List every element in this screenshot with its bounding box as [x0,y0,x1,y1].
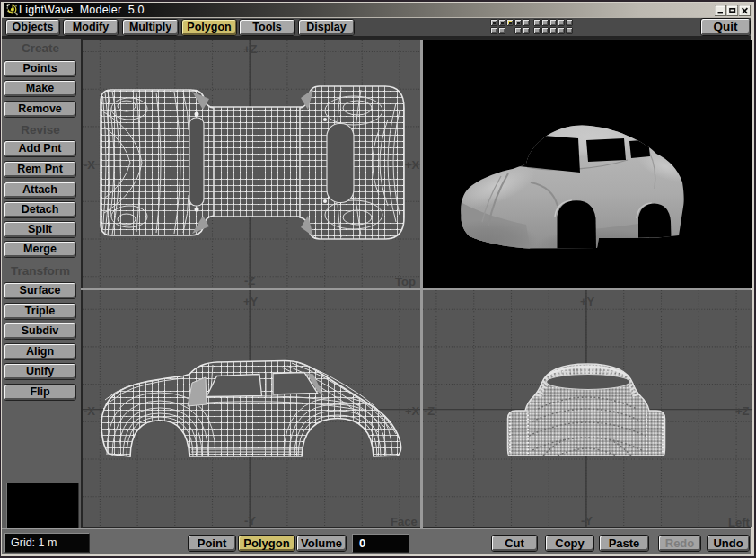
svg-text:+Z: +Z [735,404,750,418]
svg-text:+X: +X [405,158,420,172]
svg-text:+Z: +Z [243,42,258,56]
svg-text:Left: Left [728,516,751,527]
svg-text:-Y: -Y [581,514,593,527]
svg-text:-Z: -Z [244,274,255,288]
svg-text:-X: -X [84,158,95,172]
svg-text:-Y: -Y [244,514,256,527]
svg-text:+X: +X [405,404,420,418]
svg-text:Top: Top [395,275,416,288]
svg-text:+Y: +Y [580,295,595,308]
svg-text:+Y: +Y [243,295,259,308]
svg-text:-Z: -Z [424,404,435,418]
svg-text:Face: Face [391,515,418,527]
svg-text:-X: -X [84,404,95,418]
